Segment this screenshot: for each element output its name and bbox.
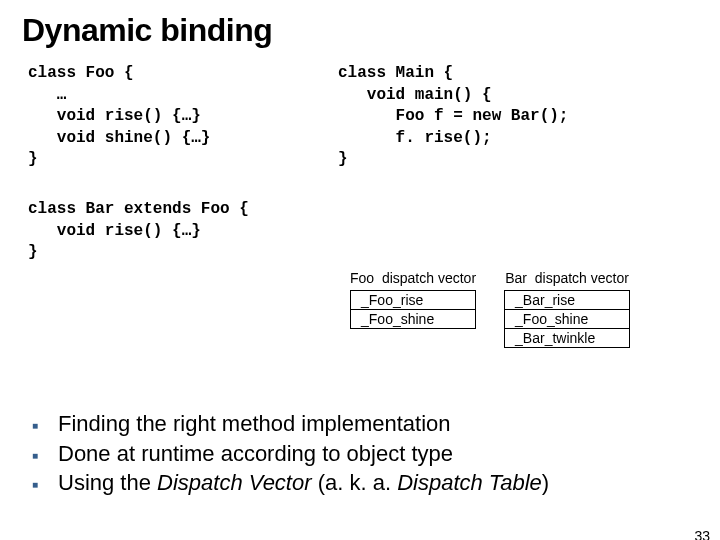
vector-cell: _Foo_shine	[505, 310, 630, 329]
table-row: _Bar_rise	[505, 291, 630, 310]
list-item: ■ Done at runtime according to object ty…	[30, 440, 702, 468]
code-main: class Main { void main() { Foo f = new B…	[338, 63, 678, 171]
vector-cell: _Foo_rise	[351, 291, 476, 310]
list-item: ■ Using the Dispatch Vector (a. k. a. Di…	[30, 469, 702, 497]
table-row: _Bar_twinkle	[505, 329, 630, 348]
page-number: 33	[694, 528, 710, 540]
vector-cell: _Bar_rise	[505, 291, 630, 310]
foo-vector-label: Foo dispatch vector	[350, 270, 476, 286]
table-row: _Foo_shine	[351, 310, 476, 329]
list-item: ■ Finding the right method implementatio…	[30, 410, 702, 438]
bullet-list: ■ Finding the right method implementatio…	[30, 410, 702, 499]
foo-vector-table: _Foo_rise _Foo_shine	[350, 290, 476, 329]
vector-cell: _Bar_twinkle	[505, 329, 630, 348]
bullet-icon: ■	[30, 450, 40, 461]
code-bar: class Bar extends Foo { void rise() {…} …	[28, 199, 720, 264]
code-foo: class Foo { … void rise() {…} void shine…	[28, 63, 338, 171]
bar-dispatch-vector: Bar dispatch vector _Bar_rise _Foo_shine…	[504, 270, 630, 348]
dispatch-vectors: Foo dispatch vector _Foo_rise _Foo_shine…	[350, 270, 630, 348]
bar-vector-table: _Bar_rise _Foo_shine _Bar_twinkle	[504, 290, 630, 348]
bullet-text: Finding the right method implementation	[58, 410, 702, 438]
bar-vector-label: Bar dispatch vector	[505, 270, 629, 286]
code-columns: class Foo { … void rise() {…} void shine…	[28, 63, 720, 171]
bullet-icon: ■	[30, 420, 40, 431]
foo-dispatch-vector: Foo dispatch vector _Foo_rise _Foo_shine	[350, 270, 476, 348]
table-row: _Foo_shine	[505, 310, 630, 329]
slide-title: Dynamic binding	[22, 12, 720, 49]
slide: Dynamic binding class Foo { … void rise(…	[0, 12, 720, 540]
table-row: _Foo_rise	[351, 291, 476, 310]
bullet-text: Done at runtime according to object type	[58, 440, 702, 468]
bullet-text: Using the Dispatch Vector (a. k. a. Disp…	[58, 469, 702, 497]
vector-cell: _Foo_shine	[351, 310, 476, 329]
bullet-icon: ■	[30, 479, 40, 490]
